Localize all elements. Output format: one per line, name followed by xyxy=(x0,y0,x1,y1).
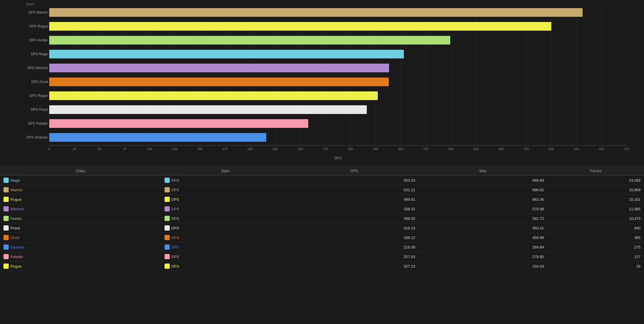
bar-row: DPS Mage xyxy=(49,47,627,61)
cell-max: 278.85 xyxy=(419,252,548,262)
cell-class: Warrior xyxy=(0,185,161,195)
cell-max: 450.41 xyxy=(419,223,548,233)
cell-class: Shaman xyxy=(0,242,161,252)
cell-spec: DPS xyxy=(161,252,290,262)
table-row[interactable]: HunterDPS399.20591.7210,473 xyxy=(0,214,644,223)
bars-container: DPS WarriorDPS RogueDPS HunterDPS MageDP… xyxy=(49,6,627,144)
table-row[interactable]: DruidDPS338.12456.99365 xyxy=(0,233,644,242)
bar-label: DPS Rogue xyxy=(25,24,48,28)
bar xyxy=(49,8,583,17)
bar-row: DPS Rogue xyxy=(49,89,627,102)
table-row[interactable]: WarlockDPS338.32579.9811,985 xyxy=(0,204,644,214)
cell-parses: 24,058 xyxy=(548,176,644,185)
cell-class: Druid xyxy=(0,233,161,242)
bar-row: DPS Shaman xyxy=(49,131,627,144)
table-row[interactable]: RogueDPS499.91863.3615,101 xyxy=(0,195,644,204)
cell-class: Hunter xyxy=(0,214,161,223)
spec-name: DPS xyxy=(172,255,179,259)
cell-parses: 11,985 xyxy=(548,204,644,214)
cell-dps: 338.12 xyxy=(290,233,419,242)
x-tick: 425 xyxy=(473,147,479,151)
bar-label: DPS Rogue xyxy=(25,94,48,98)
x-tick: 300 xyxy=(348,147,353,151)
x-tick: 100 xyxy=(147,147,152,151)
class-icon xyxy=(3,216,9,221)
x-tick: 500 xyxy=(549,147,554,151)
x-tick: 575 xyxy=(624,147,629,151)
cell-dps: 531.21 xyxy=(290,185,419,195)
x-tick: 350 xyxy=(398,147,403,151)
bar-label: DPS Druid xyxy=(25,80,48,84)
spec-name: DPS xyxy=(172,178,179,183)
class-name: Druid xyxy=(10,235,19,240)
class-icon xyxy=(3,264,9,269)
bar-label: DPS Paladin xyxy=(25,122,48,126)
x-tick: 175 xyxy=(222,147,227,151)
th-class: Class xyxy=(0,166,161,176)
table-row[interactable]: PaladinDPS257.83278.85127 xyxy=(0,252,644,262)
class-icon xyxy=(3,244,9,250)
spec-icon xyxy=(165,206,170,211)
x-tick: 50 xyxy=(98,147,101,151)
class-icon xyxy=(3,225,9,231)
spec-icon xyxy=(165,197,170,202)
table-row[interactable]: MageDPS353.24669.6924,058 xyxy=(0,176,644,185)
class-name: Rogue xyxy=(10,264,21,268)
th-spec: Spec xyxy=(161,166,290,176)
bar-label: DPS Hunter xyxy=(25,38,48,42)
class-name: Rogue xyxy=(10,197,21,202)
spec-icon xyxy=(165,264,170,269)
class-name: Mage xyxy=(10,178,20,183)
cell-max: 863.36 xyxy=(419,195,548,204)
bar-row: DPS Priest xyxy=(49,103,627,116)
bar xyxy=(49,119,308,128)
x-tick: 250 xyxy=(298,147,303,151)
spec-name: DPS xyxy=(172,197,179,202)
bar xyxy=(49,91,378,100)
table-row[interactable]: PriestDPS316.19450.41940 xyxy=(0,223,644,233)
bar-label: DPS Warlock xyxy=(25,66,48,70)
spec-name: DPS xyxy=(172,207,179,211)
zoom-label: Zoom xyxy=(26,2,34,6)
bar-row: DPS Rogue xyxy=(49,20,627,33)
chart-section: Zoom DPS WarriorDPS RogueDPS HunterDPS M… xyxy=(0,0,644,163)
bar-label: DPS Priest xyxy=(25,108,48,112)
x-tick: 150 xyxy=(197,147,202,151)
bar-row: DPS Warlock xyxy=(49,61,627,75)
bar-row: DPS Hunter xyxy=(49,34,627,47)
cell-parses: 28 xyxy=(548,262,644,271)
cell-dps: 327.23 xyxy=(290,262,419,271)
x-tick: 225 xyxy=(273,147,278,151)
table-row[interactable]: WarriorDPS531.21990.8216,969 xyxy=(0,185,644,195)
class-name: Warlock xyxy=(10,207,24,211)
x-tick: 375 xyxy=(423,147,428,151)
cell-spec: DPS xyxy=(161,223,290,233)
table-row[interactable]: RogueDPS327.23334.0328 xyxy=(0,262,644,271)
cell-spec: DPS xyxy=(161,242,290,252)
bar-label: DPS Warrior xyxy=(25,10,48,14)
bar-label: DPS Mage xyxy=(25,52,48,56)
spec-icon xyxy=(165,178,170,183)
x-tick: 400 xyxy=(448,147,453,151)
x-tick: 525 xyxy=(574,147,579,151)
cell-class: Rogue xyxy=(0,195,161,204)
th-max: Max xyxy=(419,166,548,176)
bar xyxy=(49,22,551,31)
class-icon xyxy=(3,206,9,211)
spec-icon xyxy=(165,254,170,259)
cell-dps: 499.91 xyxy=(290,195,419,204)
spec-name: DPS xyxy=(172,235,179,240)
cell-spec: DPS xyxy=(161,233,290,242)
table-section: Class Spec DPS Max Parses MageDPS353.246… xyxy=(0,166,644,271)
x-tick: 325 xyxy=(373,147,378,151)
bar xyxy=(49,50,404,58)
cell-max: 456.99 xyxy=(419,233,548,242)
cell-spec: DPS xyxy=(161,185,290,195)
class-icon xyxy=(3,178,9,183)
spec-icon xyxy=(165,187,170,192)
x-tick: 475 xyxy=(523,147,529,151)
spec-icon xyxy=(165,216,170,221)
spec-icon xyxy=(165,235,170,240)
table-row[interactable]: ShamanDPS216.09269.84275 xyxy=(0,242,644,252)
bar xyxy=(49,64,389,72)
